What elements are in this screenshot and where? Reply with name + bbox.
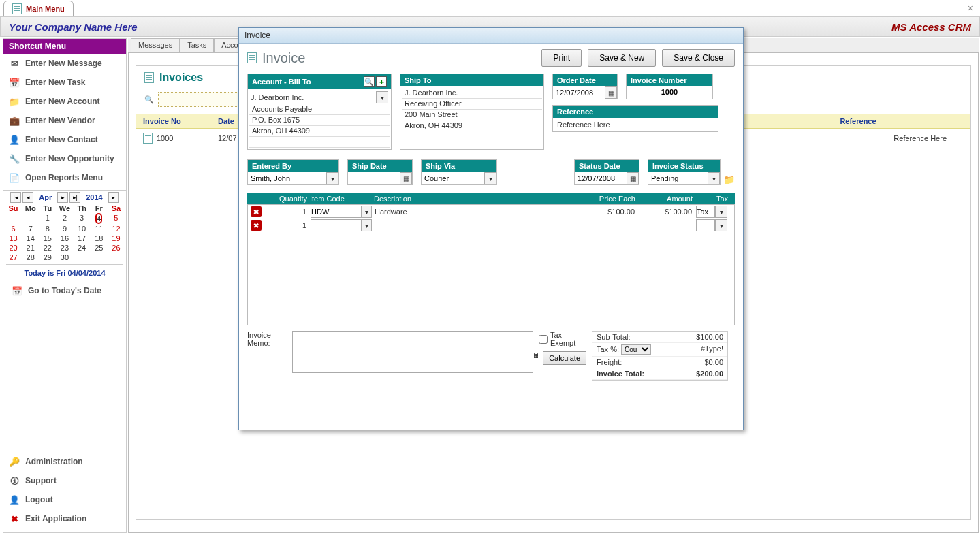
cal-day[interactable]: 12 xyxy=(109,225,123,233)
calendar-icon[interactable]: ▦ xyxy=(627,172,639,184)
dropdown-icon[interactable]: ▾ xyxy=(376,91,388,103)
cal-day[interactable]: 23 xyxy=(57,244,72,252)
ship-via-input[interactable] xyxy=(422,172,484,184)
cal-day[interactable]: 4 xyxy=(92,214,106,223)
delete-row-button[interactable]: ✖ xyxy=(251,206,262,217)
sidebar-item-new-account[interactable]: 📁Enter New Account xyxy=(3,92,126,111)
cal-day[interactable]: 13 xyxy=(6,234,20,242)
tax-select[interactable]: Cou xyxy=(621,344,651,355)
ship-date-input[interactable] xyxy=(348,172,400,184)
cal-day[interactable]: 19 xyxy=(109,234,123,242)
ship-to-section: Ship To J. Dearborn Inc. Receiving Offic… xyxy=(400,74,544,150)
dropdown-icon[interactable]: ▾ xyxy=(326,172,338,184)
dropdown-icon[interactable]: ▾ xyxy=(484,172,496,184)
sidebar-item-new-contact[interactable]: 👤Enter New Contact xyxy=(3,130,126,149)
cal-day[interactable]: 20 xyxy=(6,244,20,252)
tax-exempt-checkbox[interactable] xyxy=(539,335,548,344)
dropdown-icon[interactable]: ▾ xyxy=(362,219,372,231)
ship-via-section: Ship Via ▾ xyxy=(421,159,497,185)
cal-day[interactable]: 29 xyxy=(40,253,54,261)
cal-day[interactable]: 8 xyxy=(40,225,54,233)
sidebar-item-new-task[interactable]: 📅Enter New Task xyxy=(3,73,126,92)
sidebar-item-reports[interactable]: 📄Open Reports Menu xyxy=(3,168,126,187)
add-icon[interactable]: ＋ xyxy=(376,76,387,87)
item-code-input[interactable] xyxy=(311,206,362,218)
memo-label: Invoice Memo: xyxy=(247,331,288,373)
memo-input[interactable] xyxy=(292,331,533,373)
dropdown-icon[interactable]: ▾ xyxy=(708,172,720,184)
cal-day[interactable]: 24 xyxy=(75,244,89,252)
cal-day[interactable]: 7 xyxy=(23,225,37,233)
cal-day[interactable]: 21 xyxy=(23,244,37,252)
tax-input[interactable] xyxy=(696,219,715,231)
item-code-input[interactable] xyxy=(311,219,362,231)
save-new-button[interactable]: Save & New xyxy=(588,49,656,67)
cal-next-button[interactable]: ▸ xyxy=(57,192,68,203)
cal-day[interactable]: 14 xyxy=(23,234,37,242)
cal-day[interactable]: 10 xyxy=(75,225,89,233)
folder-icon[interactable]: 📁 xyxy=(723,174,735,185)
cal-day xyxy=(92,253,106,261)
cal-last-button[interactable]: ▸| xyxy=(69,192,80,203)
cal-day[interactable]: 26 xyxy=(109,244,123,252)
cal-day[interactable]: 3 xyxy=(75,214,89,223)
cal-day[interactable]: 5 xyxy=(109,214,123,223)
cal-day[interactable]: 25 xyxy=(92,244,106,252)
save-close-button[interactable]: Save & Close xyxy=(662,49,735,67)
order-date-input[interactable] xyxy=(553,86,605,99)
cal-day[interactable]: 1 xyxy=(40,214,54,223)
cal-day[interactable]: 6 xyxy=(6,225,20,233)
dialog-title: Invoice xyxy=(239,28,743,44)
cal-day[interactable]: 22 xyxy=(40,244,54,252)
cal-day[interactable]: 17 xyxy=(75,234,89,242)
sidebar-item-new-vendor[interactable]: 💼Enter New Vendor xyxy=(3,111,126,130)
cal-first-button[interactable]: |◂ xyxy=(10,192,21,203)
calculate-button[interactable]: Calculate xyxy=(543,351,586,365)
cal-day[interactable]: 2 xyxy=(57,214,72,223)
tab-messages[interactable]: Messages xyxy=(131,38,180,52)
user-icon: 👤 xyxy=(9,494,20,505)
invoice-status-section: Invoice Status ▾ xyxy=(648,159,721,185)
invoice-number-input[interactable] xyxy=(627,86,712,97)
sidebar-title: Shortcut Menu xyxy=(3,39,126,54)
wrench-icon: 🔧 xyxy=(9,153,20,164)
cal-day[interactable]: 9 xyxy=(57,225,72,233)
lookup-icon[interactable]: 🔍 xyxy=(364,76,375,87)
cal-day[interactable]: 27 xyxy=(6,253,20,261)
cal-day[interactable]: 15 xyxy=(40,234,54,242)
main-menu-tab[interactable]: Main Menu xyxy=(3,1,74,16)
cal-day[interactable]: 18 xyxy=(92,234,106,242)
goto-today[interactable]: 📅Go to Today's Date xyxy=(6,281,123,300)
reference-section: Reference Reference Here xyxy=(552,105,718,132)
dropdown-icon[interactable]: ▾ xyxy=(715,206,727,218)
dropdown-icon[interactable]: ▾ xyxy=(715,219,727,231)
cal-day[interactable]: 28 xyxy=(23,253,37,261)
cal-prev-button[interactable]: ◂ xyxy=(22,192,33,203)
sidebar-item-new-message[interactable]: ✉Enter New Message xyxy=(3,54,126,73)
sidebar-administration[interactable]: 🔑Administration xyxy=(3,452,126,471)
tab-tasks[interactable]: Tasks xyxy=(180,38,214,52)
dropdown-icon[interactable]: ▾ xyxy=(362,206,372,218)
cal-day xyxy=(75,253,89,261)
calendar-icon[interactable]: ▦ xyxy=(605,86,617,99)
calendar-icon[interactable]: ▦ xyxy=(400,172,412,184)
cal-year-next-button[interactable]: ▸ xyxy=(108,192,119,203)
delete-row-button[interactable]: ✖ xyxy=(251,220,262,231)
sidebar-exit[interactable]: ✖Exit Application xyxy=(3,509,126,528)
cal-day[interactable]: 11 xyxy=(92,225,106,233)
entered-by-input[interactable] xyxy=(248,172,326,184)
cal-year: 2014 xyxy=(82,193,106,201)
tax-input[interactable] xyxy=(696,206,715,218)
cal-day xyxy=(6,214,20,223)
sidebar-support[interactable]: 🛈Support xyxy=(3,471,126,490)
print-button[interactable]: Print xyxy=(541,49,582,67)
invoice-status-input[interactable] xyxy=(648,172,708,184)
status-date-input[interactable] xyxy=(575,172,627,184)
report-icon: 📄 xyxy=(9,172,20,183)
cal-day[interactable]: 30 xyxy=(57,253,72,261)
close-icon[interactable]: × xyxy=(968,3,973,14)
sidebar-logout[interactable]: 👤Logout xyxy=(3,490,126,509)
sidebar-item-new-opportunity[interactable]: 🔧Enter New Opportunity xyxy=(3,149,126,168)
cal-day[interactable]: 16 xyxy=(57,234,72,242)
key-icon: 🔑 xyxy=(9,456,20,467)
